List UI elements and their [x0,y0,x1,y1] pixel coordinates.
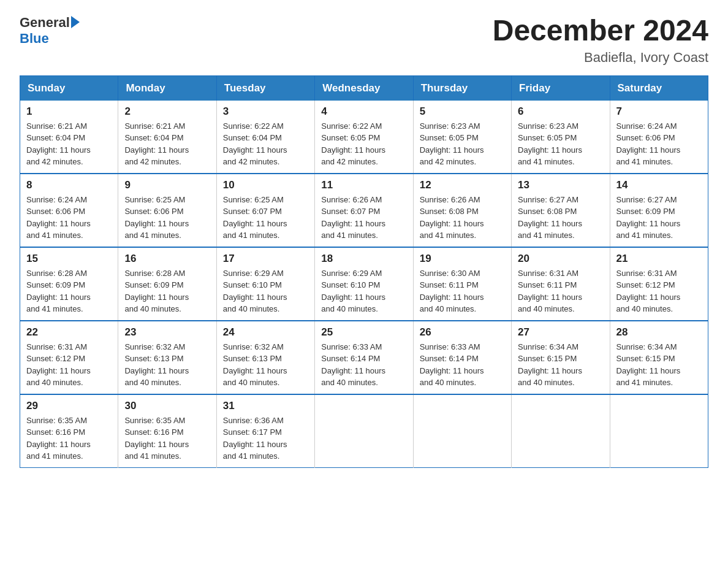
weekday-header-friday: Friday [512,75,610,101]
location-label: Badiefla, Ivory Coast [493,50,708,66]
calendar-day-cell [512,394,610,468]
calendar-day-cell: 27 Sunrise: 6:34 AMSunset: 6:15 PMDaylig… [512,321,610,394]
calendar-day-cell: 15 Sunrise: 6:28 AMSunset: 6:09 PMDaylig… [20,247,118,321]
day-info: Sunrise: 6:29 AMSunset: 6:10 PMDaylight:… [223,267,308,315]
day-info: Sunrise: 6:25 AMSunset: 6:07 PMDaylight:… [223,194,308,242]
day-info: Sunrise: 6:27 AMSunset: 6:09 PMDaylight:… [616,194,702,242]
calendar-day-cell: 2 Sunrise: 6:21 AMSunset: 6:04 PMDayligh… [118,101,216,174]
logo: General Blue [20,15,80,47]
day-number: 1 [26,105,112,118]
day-number: 16 [124,253,210,265]
day-info: Sunrise: 6:28 AMSunset: 6:09 PMDaylight:… [124,267,210,315]
day-number: 25 [321,326,406,339]
day-info: Sunrise: 6:28 AMSunset: 6:09 PMDaylight:… [26,267,112,315]
day-info: Sunrise: 6:25 AMSunset: 6:06 PMDaylight:… [124,194,210,242]
logo-arrow-icon [71,16,80,28]
day-info: Sunrise: 6:27 AMSunset: 6:08 PMDaylight:… [518,194,603,242]
calendar-day-cell: 30 Sunrise: 6:35 AMSunset: 6:16 PMDaylig… [118,394,216,468]
day-info: Sunrise: 6:34 AMSunset: 6:15 PMDaylight:… [518,341,603,389]
day-number: 26 [420,326,505,339]
day-number: 12 [420,179,505,191]
weekday-header-thursday: Thursday [413,75,511,101]
title-area: December 2024 Badiefla, Ivory Coast [493,15,708,66]
day-number: 11 [321,179,406,191]
day-number: 18 [321,253,406,265]
day-number: 29 [26,400,112,412]
day-number: 6 [518,105,603,118]
day-number: 14 [616,179,702,191]
day-number: 28 [616,326,702,339]
weekday-header-monday: Monday [118,75,216,101]
day-info: Sunrise: 6:23 AMSunset: 6:05 PMDaylight:… [518,120,603,168]
day-info: Sunrise: 6:21 AMSunset: 6:04 PMDaylight:… [26,120,112,168]
calendar-day-cell: 25 Sunrise: 6:33 AMSunset: 6:14 PMDaylig… [315,321,413,394]
calendar-day-cell: 9 Sunrise: 6:25 AMSunset: 6:06 PMDayligh… [118,174,216,247]
day-number: 30 [124,400,210,412]
day-info: Sunrise: 6:24 AMSunset: 6:06 PMDaylight:… [26,194,112,242]
calendar-day-cell: 19 Sunrise: 6:30 AMSunset: 6:11 PMDaylig… [413,247,511,321]
calendar-day-cell [315,394,413,468]
calendar-week-row: 15 Sunrise: 6:28 AMSunset: 6:09 PMDaylig… [20,247,708,321]
calendar-day-cell [610,394,708,468]
page-header: General Blue December 2024 Badiefla, Ivo… [20,15,708,66]
day-number: 17 [223,253,308,265]
calendar-day-cell: 12 Sunrise: 6:26 AMSunset: 6:08 PMDaylig… [413,174,511,247]
weekday-header-saturday: Saturday [610,75,708,101]
calendar-day-cell: 3 Sunrise: 6:22 AMSunset: 6:04 PMDayligh… [216,101,314,174]
day-number: 10 [223,179,308,191]
day-number: 13 [518,179,603,191]
logo-blue-text: Blue [20,31,49,47]
day-info: Sunrise: 6:22 AMSunset: 6:05 PMDaylight:… [321,120,406,168]
calendar-week-row: 1 Sunrise: 6:21 AMSunset: 6:04 PMDayligh… [20,101,708,174]
logo-general-text: General [20,15,70,31]
day-number: 2 [124,105,210,118]
day-info: Sunrise: 6:32 AMSunset: 6:13 PMDaylight:… [124,341,210,389]
day-number: 4 [321,105,406,118]
day-info: Sunrise: 6:33 AMSunset: 6:14 PMDaylight:… [321,341,406,389]
month-title: December 2024 [493,15,708,47]
calendar-day-cell: 4 Sunrise: 6:22 AMSunset: 6:05 PMDayligh… [315,101,413,174]
day-info: Sunrise: 6:31 AMSunset: 6:11 PMDaylight:… [518,267,603,315]
calendar-day-cell: 10 Sunrise: 6:25 AMSunset: 6:07 PMDaylig… [216,174,314,247]
day-number: 7 [616,105,702,118]
day-info: Sunrise: 6:21 AMSunset: 6:04 PMDaylight:… [124,120,210,168]
day-number: 23 [124,326,210,339]
weekday-header-sunday: Sunday [20,75,118,101]
day-info: Sunrise: 6:31 AMSunset: 6:12 PMDaylight:… [616,267,702,315]
day-number: 9 [124,179,210,191]
day-number: 22 [26,326,112,339]
calendar-day-cell: 11 Sunrise: 6:26 AMSunset: 6:07 PMDaylig… [315,174,413,247]
day-info: Sunrise: 6:30 AMSunset: 6:11 PMDaylight:… [420,267,505,315]
day-info: Sunrise: 6:36 AMSunset: 6:17 PMDaylight:… [223,415,308,462]
calendar-day-cell: 18 Sunrise: 6:29 AMSunset: 6:10 PMDaylig… [315,247,413,321]
day-info: Sunrise: 6:22 AMSunset: 6:04 PMDaylight:… [223,120,308,168]
calendar-week-row: 22 Sunrise: 6:31 AMSunset: 6:12 PMDaylig… [20,321,708,394]
calendar-day-cell: 17 Sunrise: 6:29 AMSunset: 6:10 PMDaylig… [216,247,314,321]
calendar-day-cell: 13 Sunrise: 6:27 AMSunset: 6:08 PMDaylig… [512,174,610,247]
calendar-day-cell: 29 Sunrise: 6:35 AMSunset: 6:16 PMDaylig… [20,394,118,468]
calendar-day-cell: 1 Sunrise: 6:21 AMSunset: 6:04 PMDayligh… [20,101,118,174]
weekday-header-row: SundayMondayTuesdayWednesdayThursdayFrid… [20,75,708,101]
calendar-table: SundayMondayTuesdayWednesdayThursdayFrid… [20,75,708,468]
calendar-day-cell: 6 Sunrise: 6:23 AMSunset: 6:05 PMDayligh… [512,101,610,174]
day-number: 24 [223,326,308,339]
day-info: Sunrise: 6:23 AMSunset: 6:05 PMDaylight:… [420,120,505,168]
calendar-day-cell: 24 Sunrise: 6:32 AMSunset: 6:13 PMDaylig… [216,321,314,394]
day-number: 20 [518,253,603,265]
calendar-day-cell: 16 Sunrise: 6:28 AMSunset: 6:09 PMDaylig… [118,247,216,321]
day-info: Sunrise: 6:26 AMSunset: 6:08 PMDaylight:… [420,194,505,242]
calendar-day-cell: 7 Sunrise: 6:24 AMSunset: 6:06 PMDayligh… [610,101,708,174]
day-info: Sunrise: 6:35 AMSunset: 6:16 PMDaylight:… [124,415,210,462]
day-number: 27 [518,326,603,339]
calendar-day-cell: 28 Sunrise: 6:34 AMSunset: 6:15 PMDaylig… [610,321,708,394]
calendar-week-row: 8 Sunrise: 6:24 AMSunset: 6:06 PMDayligh… [20,174,708,247]
day-number: 21 [616,253,702,265]
day-info: Sunrise: 6:24 AMSunset: 6:06 PMDaylight:… [616,120,702,168]
day-info: Sunrise: 6:26 AMSunset: 6:07 PMDaylight:… [321,194,406,242]
day-info: Sunrise: 6:29 AMSunset: 6:10 PMDaylight:… [321,267,406,315]
calendar-day-cell: 31 Sunrise: 6:36 AMSunset: 6:17 PMDaylig… [216,394,314,468]
calendar-day-cell: 8 Sunrise: 6:24 AMSunset: 6:06 PMDayligh… [20,174,118,247]
day-number: 15 [26,253,112,265]
calendar-day-cell: 21 Sunrise: 6:31 AMSunset: 6:12 PMDaylig… [610,247,708,321]
calendar-day-cell [413,394,511,468]
